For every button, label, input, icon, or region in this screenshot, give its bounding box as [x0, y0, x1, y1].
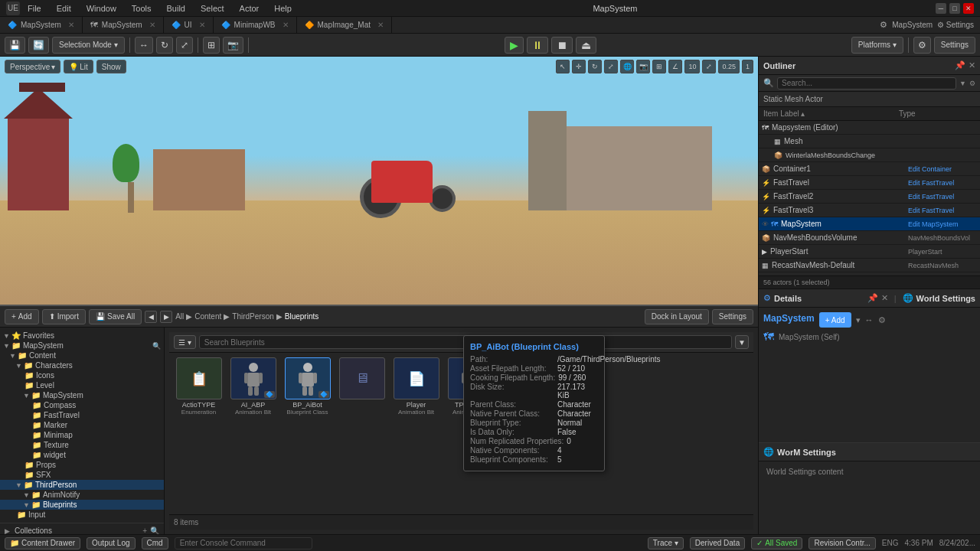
stop-button[interactable]: ⏹	[551, 37, 573, 54]
content-drawer-button[interactable]: 📁 Content Drawer	[5, 537, 80, 549]
close-button[interactable]: ✕	[963, 3, 974, 14]
cb-history-fwd[interactable]: ▶	[160, 311, 172, 323]
all-saved-indicator[interactable]: ✓ All Saved	[751, 537, 802, 549]
list-item[interactable]: 📄 Player Animation Blt	[391, 357, 441, 510]
breadcrumb-thirdperson[interactable]: ThirdPerson	[232, 312, 273, 321]
settings-gear-icon[interactable]: ⚙	[878, 315, 886, 325]
visibility-icon[interactable]: 👁	[762, 220, 769, 228]
table-row[interactable]: ▦ RecastNavMesh-Default RecastNavMesh	[759, 259, 980, 272]
perspective-button[interactable]: Perspective ▾	[5, 60, 60, 73]
maximize-button[interactable]: □	[949, 3, 960, 14]
table-row[interactable]: ▦ Mesh	[759, 135, 980, 148]
breadcrumb-all[interactable]: All	[175, 312, 184, 321]
tab-close-icon[interactable]: ✕	[199, 21, 205, 29]
outliner-pin-icon[interactable]: 📌	[955, 60, 965, 70]
settings-label[interactable]: MapSystem	[892, 21, 933, 29]
outliner-filter-icon[interactable]: ▼	[959, 80, 966, 87]
tree-icons[interactable]: 📁 Icons	[0, 370, 164, 380]
menu-build[interactable]: Build	[164, 2, 188, 15]
tree-content[interactable]: ▼ 📁 Content	[0, 350, 164, 360]
list-item[interactable]: 🖥	[337, 357, 387, 510]
tree-input[interactable]: 📁 Input	[0, 510, 164, 520]
arrow-icon[interactable]: ↔	[865, 315, 874, 324]
breadcrumb-content[interactable]: Content	[194, 312, 221, 321]
platforms-button[interactable]: Platforms ▾	[851, 37, 903, 54]
menu-actor[interactable]: Actor	[237, 2, 263, 15]
table-row[interactable]: ⚡ FastTravel Edit FastTravel	[759, 176, 980, 190]
tab-mapsystem1[interactable]: 🔷 MapSystem ✕	[0, 17, 83, 34]
pause-button[interactable]: ⏸	[527, 37, 548, 54]
output-log-button[interactable]: Output Log	[87, 537, 135, 549]
collections-add[interactable]: +	[142, 527, 147, 534]
table-row[interactable]: 🗺 Mapsystem (Editor)	[759, 121, 980, 135]
tab-mapsystem2[interactable]: 🗺 MapSystem ✕	[83, 17, 164, 34]
details-add-button[interactable]: + Add	[819, 312, 851, 328]
angle-snap[interactable]: ∠	[668, 60, 682, 73]
dock-in-layout-button[interactable]: Dock in Layout	[645, 309, 709, 324]
tree-texture[interactable]: 📁 Texture	[0, 440, 164, 450]
settings-button[interactable]: Settings	[934, 37, 975, 54]
list-item[interactable]: 🔷 AI_ABP Animation Blt	[228, 357, 278, 510]
expand-collections[interactable]: ▶	[5, 527, 10, 535]
tab-close-icon[interactable]: ✕	[149, 21, 155, 29]
tree-sfx[interactable]: 📁 SFX	[0, 470, 164, 480]
table-row[interactable]: 👁 🗺 MapSystem Edit MapSystem	[759, 217, 980, 231]
lit-button[interactable]: 💡 Lit	[64, 60, 93, 73]
scale-snap[interactable]: ⤢	[702, 60, 716, 73]
mode-button[interactable]: 🔄	[28, 37, 49, 54]
details-pin-icon[interactable]: 📌	[867, 293, 878, 303]
tree-props[interactable]: 📁 Props	[0, 460, 164, 470]
save-current-button[interactable]: 💾	[5, 37, 25, 54]
select-icon[interactable]: ↖	[556, 60, 570, 73]
world-local[interactable]: 🌐	[620, 60, 634, 73]
scale-icon[interactable]: ⤢	[604, 60, 618, 73]
derived-data-button[interactable]: Derived Data	[690, 537, 745, 549]
settings-btn[interactable]: ⚙ Settings	[937, 21, 974, 29]
minimize-button[interactable]: ─	[936, 3, 946, 14]
tree-marker[interactable]: 📁 Marker	[0, 420, 164, 430]
table-row[interactable]: ⚡ FastTravel2 Edit FastTravel	[759, 190, 980, 204]
menu-edit[interactable]: Edit	[54, 2, 74, 15]
cb-history-back[interactable]: ◀	[145, 311, 157, 323]
list-item[interactable]: 🔷 BP_AiBot Blueprint Class	[283, 357, 332, 510]
screen-pct[interactable]: 1	[742, 60, 753, 73]
tree-widget[interactable]: 📁 widget	[0, 450, 164, 460]
settings-icon[interactable]: ⚙	[880, 20, 887, 30]
search-icon[interactable]: 🔍	[152, 342, 161, 350]
tab-close-icon[interactable]: ✕	[377, 21, 384, 29]
show-button[interactable]: Show	[96, 60, 126, 73]
revision-button[interactable]: Revision Contr...	[808, 537, 875, 549]
camera-speed[interactable]: 📷	[636, 60, 650, 73]
snap-toggle[interactable]: ⊞	[203, 37, 220, 54]
menu-tools[interactable]: Tools	[129, 2, 155, 15]
rotate-icon[interactable]: ↻	[588, 60, 602, 73]
tree-blueprints[interactable]: ▼ 📁 Blueprints	[0, 500, 164, 510]
tab-close-icon[interactable]: ✕	[68, 21, 74, 29]
rotate-tool[interactable]: ↻	[156, 37, 173, 54]
grid-icon[interactable]: ⊞	[652, 60, 666, 73]
camera-btn[interactable]: 📷	[223, 37, 243, 54]
tab-minimapwb[interactable]: 🔷 MinimapWB ✕	[214, 17, 297, 34]
filter-button[interactable]: ▼	[735, 335, 749, 349]
cb-add-button[interactable]: + Add	[5, 309, 39, 324]
time-scale[interactable]: 0.25	[718, 60, 740, 73]
dropdown-icon[interactable]: ▾	[856, 315, 861, 325]
move-tool[interactable]: ↔	[135, 37, 153, 54]
tree-animnotify[interactable]: ▼ 📁 AnimNotify	[0, 490, 164, 500]
eject-button[interactable]: ⏏	[576, 37, 596, 54]
tree-favorites[interactable]: ▼ ⭐ Favorites	[0, 331, 164, 341]
tree-mapsystem[interactable]: ▼ 📁 MapSystem 🔍	[0, 341, 164, 350]
tree-minimap[interactable]: 📁 Minimap	[0, 430, 164, 440]
menu-select[interactable]: Select	[198, 2, 227, 15]
collections-search-icon[interactable]: 🔍	[150, 527, 159, 534]
tree-fasttravel[interactable]: 📁 FastTravel	[0, 410, 164, 420]
tree-compass[interactable]: 📁 Compass	[0, 400, 164, 410]
settings-gear-icon[interactable]: ⚙	[913, 37, 931, 54]
viewport[interactable]: Perspective ▾ 💡 Lit Show ↖ ✛ ↻ ⤢	[0, 57, 758, 305]
tab-mapimage-mat[interactable]: 🔶 MapImage_Mat ✕	[297, 17, 392, 34]
tree-mapsystem-sub[interactable]: ▼ 📁 MapSystem	[0, 390, 164, 400]
menu-window[interactable]: Window	[83, 2, 119, 15]
cb-import-button[interactable]: ⬆ Import	[42, 309, 86, 324]
tree-level[interactable]: 📁 Level	[0, 380, 164, 390]
table-row[interactable]: 📦 Container1 Edit Container	[759, 162, 980, 176]
